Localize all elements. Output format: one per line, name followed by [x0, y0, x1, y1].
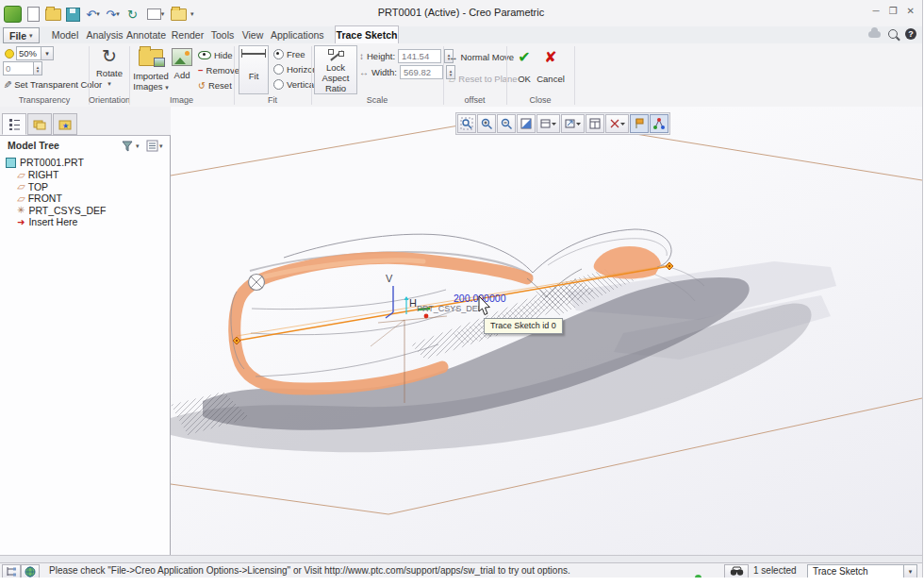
plane-icon: ▱	[449, 74, 455, 84]
find-button[interactable]	[724, 564, 749, 578]
transparency-level-input[interactable]: 0	[3, 61, 37, 75]
height-label: Height:	[367, 51, 395, 61]
add-image-button[interactable]: Add	[170, 45, 194, 80]
ok-button[interactable]: ✔ OK	[513, 49, 536, 84]
datum-plane-icon: ▱	[17, 170, 25, 180]
tree-item-front[interactable]: ▱FRONT	[17, 193, 62, 204]
svg-text:★: ★	[62, 122, 69, 130]
trace-handle-left-dot	[236, 340, 238, 342]
ok-check-icon: ✔	[518, 49, 530, 66]
tree-item-right[interactable]: ▱RIGHT	[17, 169, 58, 180]
navigator-panel: ★ Model Tree ▾ ▾ PRT0001.PRT ▱RIGHT ▱TOP…	[0, 107, 171, 555]
file-menu-button[interactable]: File▾	[3, 27, 40, 43]
reset-button[interactable]: ↺Reset	[198, 80, 232, 91]
tree-filter-button[interactable]	[121, 139, 134, 156]
transparency-dropdown[interactable]: ▾	[41, 46, 54, 60]
web-browser-button[interactable]	[21, 564, 40, 578]
hierarchy-icon	[6, 566, 17, 577]
globe-icon	[25, 566, 36, 578]
selection-filter-dropdown[interactable]: Trace Sketch ▾	[807, 564, 917, 578]
tab-render[interactable]: Render	[170, 26, 206, 43]
repaint-button[interactable]	[517, 114, 536, 133]
hide-button[interactable]: Hide	[198, 50, 233, 60]
close-button[interactable]: ✕	[907, 6, 915, 16]
set-transparent-color-button[interactable]: ✎ Set Transparent Color	[3, 78, 102, 91]
navtab-model-tree[interactable]	[2, 113, 26, 135]
fit-button[interactable]: Fit	[239, 45, 269, 94]
transparency-level-spinner[interactable]: ▴▾	[33, 61, 42, 75]
csys-name-label: PRT_CSYS_DEF	[417, 304, 484, 313]
tree-filter-caret[interactable]: ▾	[136, 142, 140, 150]
feature-list-button[interactable]	[2, 564, 21, 578]
tab-tools[interactable]: Tools	[207, 26, 238, 43]
fit-vertical-radio[interactable]: Vertical	[273, 79, 316, 90]
tab-trace-sketch[interactable]: Trace Sketch	[335, 25, 399, 44]
group-label-close: Close	[506, 95, 574, 105]
tab-model[interactable]: Model	[49, 26, 81, 43]
datum-display-filters-button[interactable]	[605, 114, 629, 133]
tab-annotate[interactable]: Annotate	[124, 26, 168, 43]
group-label-scale: Scale	[311, 95, 443, 105]
radio-icon	[273, 49, 284, 59]
tree-settings-caret[interactable]: ▾	[159, 142, 163, 150]
rotate-button[interactable]: ↻ Rotate ▾	[92, 45, 126, 89]
model-tree-panel: Model Tree ▾ ▾ PRT0001.PRT ▱RIGHT ▱TOP ▱…	[0, 135, 171, 556]
graphics-area[interactable]: V H PRT_CSYS_DEF 200.000000 Trace Sketch…	[171, 107, 922, 555]
tree-item-csys[interactable]: ✳PRT_CSYS_DEF	[17, 205, 106, 216]
tooltip: Trace Sketch id 0	[484, 318, 563, 334]
normal-move-icon: ↔	[449, 52, 458, 62]
status-indicator-active	[695, 568, 701, 578]
height-input[interactable]: 141.54	[398, 49, 441, 63]
view-manager-button[interactable]	[586, 114, 604, 133]
height-icon: ↕	[359, 51, 364, 61]
remove-icon: −	[198, 65, 204, 75]
lock-aspect-icon	[327, 48, 344, 58]
refit-button[interactable]	[457, 114, 476, 133]
dropdown-caret-icon: ▾	[903, 565, 916, 578]
width-label: Width:	[371, 67, 397, 77]
status-indicator-3	[713, 569, 718, 578]
cancel-button[interactable]: ✘ Cancel	[536, 49, 566, 84]
navtab-favorites[interactable]: ★	[53, 113, 77, 135]
tab-applications[interactable]: Applications	[271, 26, 323, 43]
list-icon	[146, 140, 158, 152]
annotation-display-toggle[interactable]	[630, 114, 649, 133]
fit-free-radio[interactable]: Free	[273, 49, 305, 59]
tree-item-insert-here[interactable]: ➜Insert Here	[17, 216, 77, 227]
radio-icon	[273, 79, 284, 90]
minimize-button[interactable]: ─	[873, 6, 880, 16]
normal-move-button[interactable]: ↔Normal Move	[449, 52, 514, 62]
h-axis-label: H	[409, 297, 417, 309]
tree-item-top[interactable]: ▱TOP	[17, 181, 48, 193]
search-icon[interactable]	[888, 29, 898, 39]
tree-settings-button[interactable]	[146, 139, 158, 156]
group-label-image: Image	[129, 95, 234, 105]
restore-button[interactable]: ❐	[889, 6, 898, 16]
lock-aspect-ratio-button[interactable]: Lock Aspect Ratio	[314, 45, 357, 94]
display-style-button[interactable]	[536, 114, 560, 133]
imported-images-button[interactable]: Imported Images ▾	[133, 45, 169, 92]
width-input[interactable]: 569.82	[400, 65, 443, 79]
group-label-offset: offset	[443, 95, 506, 105]
model-tree-title: Model Tree	[8, 140, 59, 151]
spin-center-toggle[interactable]	[650, 114, 668, 133]
tree-item-part[interactable]: PRT0001.PRT	[6, 157, 84, 168]
app-window: ↶▾ ↷▾ ↻ ▾ ▾ PRT0001 (Active) - Creo Para…	[0, 0, 923, 578]
help-icon[interactable]: ?	[905, 28, 916, 40]
group-label-fit: Fit	[234, 95, 311, 105]
tab-analysis[interactable]: Analysis	[85, 26, 124, 43]
datum-plane-icon: ▱	[17, 193, 25, 204]
trace-handle-right-dot	[668, 265, 670, 267]
connect-icon[interactable]	[868, 31, 881, 38]
status-bar: Please check "File->Creo Application Opt…	[0, 562, 922, 578]
group-label-transparency: Transparency	[0, 95, 89, 105]
saved-orientations-button[interactable]	[561, 114, 585, 133]
zoom-in-button[interactable]	[477, 114, 496, 133]
tab-view[interactable]: View	[239, 26, 267, 43]
zoom-out-button[interactable]	[497, 114, 516, 133]
navtab-folder-browser[interactable]	[27, 113, 52, 135]
ribbon-tab-row: File▾ Model Analysis Annotate Render Too…	[0, 26, 922, 44]
datum-plane-icon: ▱	[17, 181, 25, 192]
rotate-icon: ↻	[102, 45, 117, 68]
add-image-icon	[172, 48, 192, 66]
